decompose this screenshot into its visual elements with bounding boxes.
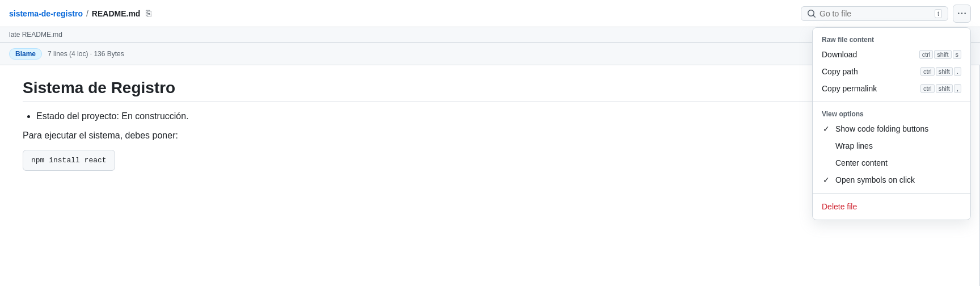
dropdown-item-show-code-folding[interactable]: ✓ Show code folding buttons [813,120,970,137]
open-symbols-label: Open symbols on click [835,175,915,184]
dropdown-divider-2 [813,193,970,194]
dropdown-item-wrap-lines-left: Wrap lines [822,141,961,150]
copy-path-kbd1: ctrl [920,67,935,76]
more-icon [958,9,966,18]
copy-path-kbd-group: ctrl shift . [920,67,961,76]
show-code-folding-label: Show code folding buttons [835,124,928,133]
search-icon [807,9,816,18]
copy-permalink-kbd1: ctrl [920,84,935,93]
dropdown-item-open-symbols[interactable]: ✓ Open symbols on click [813,171,970,188]
copy-path-kbd3: . [954,67,961,76]
dropdown-item-show-code-folding-left: ✓ Show code folding buttons [822,124,961,133]
blame-badge[interactable]: Blame [9,48,42,60]
dropdown-item-copy-path[interactable]: Copy path ctrl shift . [813,63,970,80]
download-kbd-group: ctrl shift s [919,50,961,59]
copy-permalink-label: Copy permalink [822,84,877,93]
open-symbols-check-icon: ✓ [822,175,831,184]
dropdown-item-open-symbols-left: ✓ Open symbols on click [822,175,961,184]
download-kbd2: shift [934,50,951,59]
search-kbd: t [935,9,942,18]
top-bar-right: t [801,5,971,23]
download-kbd3: s [953,50,962,59]
dropdown-item-delete-file-left: Delete file [822,202,961,211]
copy-path-icon[interactable]: ⎘ [143,7,154,20]
show-code-folding-check-icon: ✓ [822,124,831,133]
wrap-lines-label: Wrap lines [835,141,873,150]
dropdown-item-center-content[interactable]: Center content [813,154,970,171]
dropdown-divider-1 [813,102,970,102]
dropdown-item-wrap-lines[interactable]: Wrap lines [813,137,970,154]
top-bar: sistema-de-registro / README.md ⎘ t [0,0,980,27]
copy-path-kbd2: shift [936,67,953,76]
dropdown-item-center-content-left: Center content [822,158,961,167]
breadcrumb-separator: / [86,9,88,18]
file-header-text: late README.md [9,31,62,39]
sub-bar-left: Blame 7 lines (4 loc) · 136 Bytes [9,48,124,60]
dropdown-section-view-options: View options [813,107,970,120]
breadcrumb-file: README.md [92,9,141,18]
search-input[interactable] [820,9,931,18]
copy-permalink-kbd2: shift [936,84,953,93]
breadcrumb: sistema-de-registro / README.md ⎘ [9,7,154,20]
repo-link[interactable]: sistema-de-registro [9,9,83,18]
dropdown-item-copy-permalink-left: Copy permalink [822,84,916,93]
download-kbd1: ctrl [919,50,933,59]
dropdown-item-delete-file[interactable]: Delete file [813,198,970,215]
delete-file-label: Delete file [822,202,857,211]
dropdown-item-copy-permalink[interactable]: Copy permalink ctrl shift , [813,80,970,97]
copy-permalink-kbd-group: ctrl shift , [920,84,961,93]
file-stats: 7 lines (4 loc) · 136 Bytes [48,50,124,58]
download-label: Download [822,50,857,59]
copy-path-label: Copy path [822,67,858,76]
copy-permalink-kbd3: , [954,84,961,93]
center-content-label: Center content [835,158,888,167]
dropdown-section-raw: Raw file content [813,32,970,46]
dropdown-item-copy-path-left: Copy path [822,67,916,76]
search-box: t [801,6,948,21]
dropdown-item-download-left: Download [822,50,915,59]
dropdown-menu: Raw file content Download ctrl shift s C… [812,27,971,220]
content-code-block: npm install react [23,150,115,171]
more-options-button[interactable] [953,5,971,23]
dropdown-item-download[interactable]: Download ctrl shift s [813,46,970,63]
